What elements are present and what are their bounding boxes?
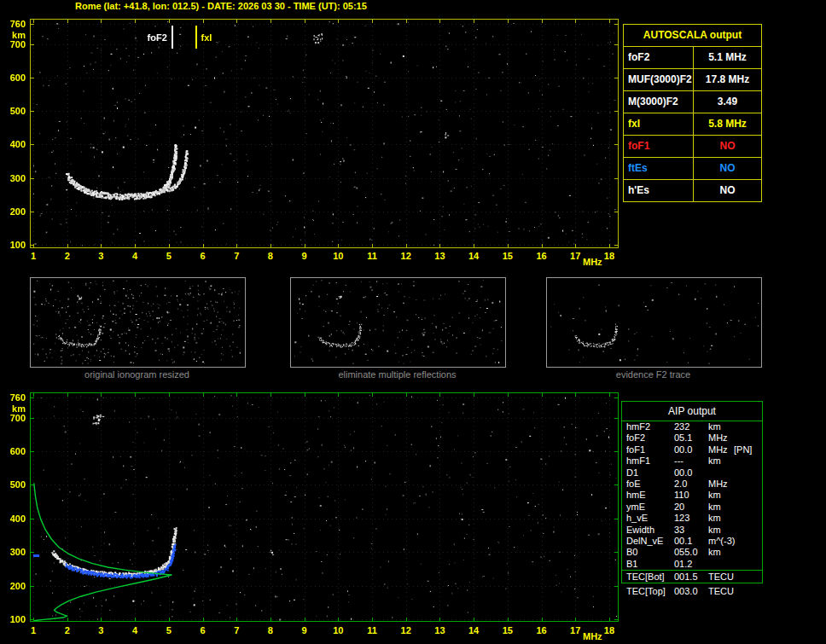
aip-unit: MHz [708,432,732,444]
aip-row: ymE20km [622,502,762,513]
x-axis-unit-label: MHz [583,257,602,267]
x-tick-label: 5 [162,251,176,261]
autoscala-value: 3.49 [694,91,761,113]
x-tick-label: 13 [433,251,446,261]
x-tick-label: 9 [298,625,311,635]
x-tick-label: 4 [128,625,142,635]
aip-unit: km [708,502,732,513]
x-tick-label: 15 [501,251,515,261]
thumbnail-f2-canvas [547,278,759,365]
aip-unit: km [708,547,732,558]
y-tick-label: 300 [2,547,26,557]
aip-param: foE [626,479,674,490]
x-tick-label: 2 [61,251,74,261]
thumbnail-original-canvas [31,278,243,365]
aip-param: hmF1 [626,455,674,467]
x-tick-label: 5 [162,625,176,635]
aip-row: hmF2232km [622,421,762,432]
autoscala-param: M(3000)F2 [624,91,694,113]
aip-row: hmE110km [622,490,762,501]
aip-unit: MHz [708,479,732,490]
autoscala-value: NO [694,158,761,179]
x-tick-label: 7 [230,251,243,261]
x-tick-label: 3 [94,625,108,635]
aip-param: DelN_vE [626,536,674,547]
y-tick-label: 600 [2,446,26,456]
x-tick-label: 11 [365,251,379,261]
aip-row: foF100.0MHz[PN] [622,444,762,455]
aip-param: foF2 [626,432,674,444]
autoscala-table-title: AUTOSCALA output [624,25,761,46]
aip-value: --- [674,455,708,467]
aip-value: 232 [674,421,708,432]
x-tick-label: 8 [264,251,277,261]
aip-row: h_vE123km [622,513,762,524]
aip-value: 05.1 [674,432,708,444]
thumbnail-original-ionogram [30,277,246,368]
y-tick-label: 760 [2,19,26,29]
autoscala-param: MUF(3000)F2 [624,69,694,90]
x-tick-label: 14 [467,625,480,635]
aip-value: 33 [674,525,708,536]
aip-param: Ewidth [626,525,674,536]
x-tick-label: 16 [535,251,549,261]
x-tick-label: 6 [196,251,210,261]
y-tick-label: 700 [2,413,26,423]
aip-param: TEC[Bot] [626,571,674,583]
aip-unit: km [708,513,732,524]
aip-value: 110 [674,490,708,501]
y-tick-label: 600 [2,73,26,83]
ionogram-plot-top: foF2fxI [30,19,619,248]
aip-unit: m^(-3) [708,536,732,547]
x-tick-label: 10 [331,251,345,261]
x-tick-label: 9 [298,251,311,261]
y-tick-label: 200 [2,581,26,591]
x-tick-label: 12 [399,625,413,635]
aip-row: B101.2 [622,559,762,570]
aip-param: h_vE [626,513,674,524]
aip-value: 00.0 [674,467,708,479]
x-tick-label: 10 [331,625,345,635]
page-title: Rome (lat: +41.8, lon: 012.5) - DATE: 20… [75,1,367,11]
aip-row: foE2.0MHz [622,479,762,490]
y-tick-label: 500 [2,479,26,490]
aip-unit: TECU [708,586,732,597]
y-tick-label: 500 [2,106,26,116]
fxi-marker-line [195,26,197,49]
aip-param: D1 [626,467,674,479]
x-tick-label: 4 [128,251,142,261]
aip-row: Ewidth33km [622,525,762,536]
y-tick-label: 400 [2,513,26,524]
thumbnail-cleaned-canvas [291,278,503,365]
y-tick-label: 700 [2,39,26,49]
top-ionogram-canvas [31,20,618,247]
x-tick-label: 6 [196,625,210,635]
ionogram-plot-bottom [30,392,619,622]
aip-row: TEC[Bot]001.5TECU [622,570,762,583]
autoscala-table-body: foF25.1 MHzMUF(3000)F217.8 MHzM(3000)F23… [624,46,761,201]
autoscala-value: 5.8 MHz [694,113,761,135]
x-axis-unit-label: MHz [583,631,602,641]
fxi-marker-label: fxI [201,32,212,43]
x-tick-label: 7 [230,625,243,635]
autoscala-value: 5.1 MHz [694,47,761,68]
aip-row: DelN_vE00.1m^(-3) [622,536,762,547]
autoscala-value: NO [694,180,761,201]
aip-param: TEC[Top] [626,586,674,597]
thumbnail-caption-cleaned: eliminate multiple reflections [290,369,504,380]
aip-table-title: AIP output [622,402,762,421]
aip-param: B1 [626,559,674,570]
aip-value: 003.0 [674,586,708,597]
aip-param: B0 [626,547,674,558]
thumbnail-cleaned-ionogram [290,277,506,368]
x-tick-label: 16 [535,625,549,635]
aip-row: hmF1---km [622,455,762,467]
aip-tec-top-row: TEC[Top]003.0TECU [622,586,763,597]
aip-row: D100.0 [622,467,762,479]
x-tick-label: 8 [264,625,277,635]
autoscala-value: NO [694,136,761,157]
autoscala-row: foF1NO [624,135,761,157]
autoscala-param: foF2 [624,47,694,68]
y-tick-label: 760 [2,392,26,403]
aip-value: 2.0 [674,479,708,490]
